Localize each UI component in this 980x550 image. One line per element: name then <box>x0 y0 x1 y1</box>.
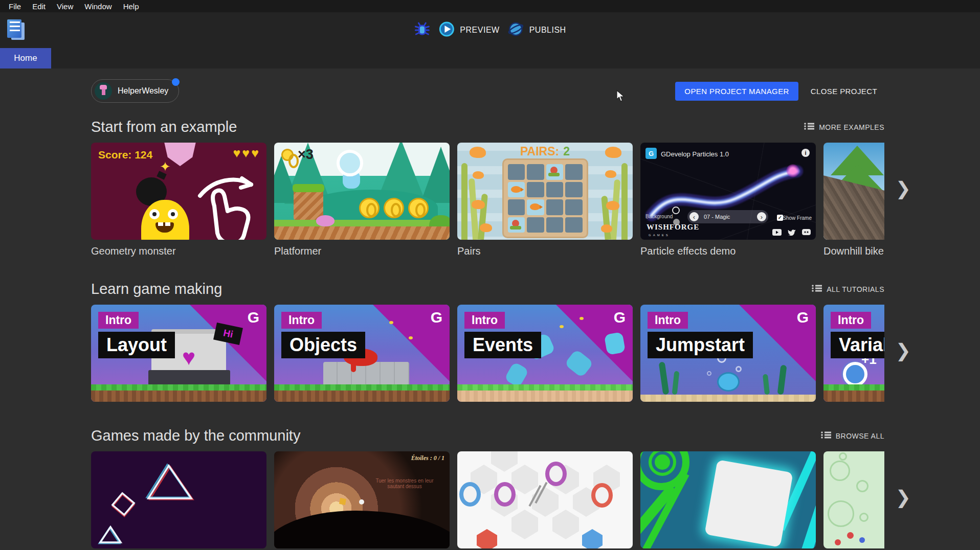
downhill-bike-thumbnail[interactable]: G <box>823 143 884 240</box>
jumpstart-tutorial-thumbnail[interactable]: G Intro Jumpstart <box>640 305 816 402</box>
fish <box>480 223 492 232</box>
card-label[interactable]: Platformer <box>274 245 450 257</box>
tutorial-title: Layout <box>98 332 175 358</box>
menu-window[interactable]: Window <box>79 1 117 12</box>
objects-tutorial-thumbnail[interactable]: G Intro Objects <box>274 305 450 402</box>
tab-bar: Home <box>0 48 980 68</box>
flag <box>339 498 346 505</box>
open-project-manager-button[interactable]: OPEN PROJECT MANAGER <box>675 82 798 101</box>
show-frame-label: Show Frame <box>783 215 812 221</box>
all-tutorials-link[interactable]: ALL TUTORIALS <box>812 284 884 294</box>
card-label[interactable]: Geometry monster <box>91 245 266 257</box>
blue-piece <box>582 529 603 548</box>
layout-tutorial-thumbnail[interactable]: G ♥ Hi Intro Layout <box>91 305 266 402</box>
tile <box>546 182 564 198</box>
tutorials-section-header: Learn game making ALL TUTORIALS <box>91 281 884 297</box>
close-project-button[interactable]: CLOSE PROJECT <box>804 82 884 101</box>
globe-icon <box>508 21 524 39</box>
more-examples-link[interactable]: MORE EXAMPLES <box>804 122 884 132</box>
gdevelop-g-logo: G <box>797 309 809 326</box>
bubbles-game-thumbnail[interactable] <box>823 451 884 548</box>
tile-fish <box>527 199 544 215</box>
community-card-neon <box>91 451 266 548</box>
card-label[interactable]: Particle effects demo <box>640 245 816 257</box>
menu-view[interactable]: View <box>51 1 79 12</box>
list-icon <box>804 122 814 132</box>
example-card-platformer: ×3 Platformer <box>274 143 450 257</box>
fish <box>601 224 612 233</box>
preview-button[interactable]: PREVIEW <box>438 21 499 39</box>
fish <box>473 171 484 179</box>
community-title: Games made by the community <box>91 427 300 444</box>
tutorial-card-objects: G Intro Objects <box>274 305 450 402</box>
menu-edit[interactable]: Edit <box>27 1 51 12</box>
tile <box>527 164 544 180</box>
hexagon-game-thumbnail[interactable] <box>457 451 633 548</box>
teal-game-thumbnail[interactable] <box>640 451 816 548</box>
events-tutorial-thumbnail[interactable]: G Intro Events <box>457 305 633 402</box>
blue-cell <box>859 537 865 543</box>
gdevelop-g-logo: G <box>614 309 626 326</box>
community-card-teal <box>640 451 816 548</box>
blue-creature <box>604 332 626 355</box>
seaweed <box>777 364 787 395</box>
tutorials-carousel: G ♥ Hi Intro Layout G <box>91 305 884 402</box>
tile <box>565 182 583 198</box>
tab-home[interactable]: Home <box>0 48 51 68</box>
background-label: Background <box>645 214 673 219</box>
neon-game-thumbnail[interactable] <box>91 451 266 548</box>
coin <box>384 198 404 218</box>
tile <box>565 164 583 180</box>
red-cell <box>835 539 841 545</box>
community-next-arrow[interactable]: ❯ <box>896 488 911 507</box>
fish <box>605 170 616 178</box>
sunset-game-thumbnail[interactable]: Étoiles : 0 / 1 Tuer les monstres en leu… <box>274 451 450 548</box>
card-label[interactable]: Downhill bike <box>823 245 884 257</box>
red-cell <box>847 532 854 539</box>
variables-tutorial-thumbnail[interactable]: G +1 Intro Variables <box>823 305 884 402</box>
monster-shape <box>141 200 189 240</box>
all-tutorials-label: ALL TUTORIALS <box>827 285 884 293</box>
red-piece <box>477 529 497 548</box>
player-helmet <box>337 150 363 176</box>
coin <box>359 198 380 218</box>
red-ring <box>591 483 613 508</box>
tutorials-row: G ♥ Hi Intro Layout G <box>91 305 884 402</box>
examples-next-arrow[interactable]: ❯ <box>896 179 911 198</box>
example-card-geometry-monster: Score: 124 ♥♥♥ ✦ <box>91 143 266 257</box>
gdevelop-logo-icon <box>6 19 27 42</box>
debug-icon[interactable] <box>414 21 430 39</box>
tile <box>565 199 583 215</box>
white-ring <box>843 362 867 386</box>
tile <box>546 199 564 215</box>
tutorial-title: Events <box>464 332 541 358</box>
checkbox-icon: ✓ <box>777 215 783 221</box>
card-label[interactable]: Pairs <box>457 245 633 257</box>
wishforge-logo: WISHFORGE <box>647 223 699 232</box>
menu-help[interactable]: Help <box>118 1 145 12</box>
browse-all-link[interactable]: BROWSE ALL <box>821 431 884 441</box>
menu-file[interactable]: File <box>3 1 27 12</box>
coin-count: ×3 <box>298 147 314 163</box>
seaweed <box>672 371 680 395</box>
community-row: Étoiles : 0 / 1 Tuer les monstres en leu… <box>91 451 884 548</box>
publish-button[interactable]: PUBLISH <box>508 21 566 39</box>
user-chip[interactable]: HelperWesley <box>91 79 179 103</box>
seaweed <box>659 361 670 395</box>
ground-strip <box>274 384 450 402</box>
username: HelperWesley <box>118 86 168 96</box>
particle-demo-thumbnail[interactable]: G GDevelop Particles 1.0 i Background ‹ … <box>640 143 816 240</box>
intro-badge: Intro <box>831 312 871 329</box>
seaweed <box>763 374 770 395</box>
community-card-bubbles <box>823 451 884 548</box>
tile-snail <box>508 217 525 233</box>
tutorials-next-arrow[interactable]: ❯ <box>896 341 911 360</box>
play-icon <box>438 21 455 39</box>
geometry-monster-thumbnail[interactable]: Score: 124 ♥♥♥ ✦ <box>91 143 266 240</box>
bubble <box>707 371 711 376</box>
pairs-thumbnail[interactable]: PAIRS:2 <box>457 143 633 240</box>
intro-badge: Intro <box>648 312 688 329</box>
tile <box>508 199 525 215</box>
tile <box>565 217 583 233</box>
platformer-thumbnail[interactable]: ×3 <box>274 143 450 240</box>
